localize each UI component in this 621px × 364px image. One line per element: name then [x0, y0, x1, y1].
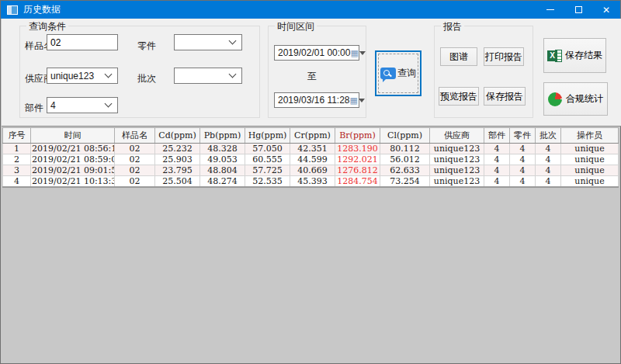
column-header[interactable]: 批次 — [536, 128, 561, 144]
table-cell[interactable]: unique — [561, 176, 619, 188]
table-cell[interactable]: 02 — [115, 165, 155, 176]
component-value: 4 — [47, 100, 106, 111]
table-cell[interactable]: 25.504 — [155, 176, 200, 188]
end-datetime-value: 2019/03/16 11:28 — [275, 95, 350, 106]
table-cell[interactable]: 4 — [484, 165, 510, 176]
close-button[interactable]: ✕ — [592, 1, 620, 19]
column-header[interactable]: 时间 — [31, 128, 115, 144]
table-cell[interactable]: 4 — [536, 176, 561, 188]
table-cell[interactable]: 4 — [536, 165, 561, 176]
table-cell[interactable]: 23.795 — [155, 165, 200, 176]
preview-report-button[interactable]: 预览报告 — [439, 87, 479, 106]
table-cell[interactable]: 02 — [115, 144, 155, 154]
table-cell[interactable]: unique123 — [430, 165, 484, 176]
maximize-button[interactable] — [564, 1, 592, 19]
save-report-button[interactable]: 保存报告 — [484, 87, 526, 106]
table-cell[interactable]: 1 — [3, 144, 31, 154]
table-row: 32019/02/21 09:01:510223.79548.80457.725… — [3, 165, 619, 176]
table-cell[interactable]: 25.232 — [155, 144, 200, 154]
table-cell[interactable]: 52.535 — [245, 176, 290, 188]
table-cell[interactable]: 4 — [536, 144, 561, 154]
table-cell[interactable]: 25.903 — [155, 154, 200, 165]
table-cell[interactable]: unique — [561, 154, 619, 165]
table-cell[interactable]: 1292.021 — [335, 154, 380, 165]
dropdown-arrow-icon — [359, 99, 365, 102]
batch-label: 批次 — [137, 72, 156, 85]
column-header[interactable]: Cr(ppm) — [290, 128, 335, 144]
table-cell[interactable]: 4 — [484, 144, 510, 154]
minimize-button[interactable] — [536, 1, 564, 19]
component-combobox[interactable]: 4 — [47, 97, 118, 113]
compliance-stats-button[interactable]: 合规统计 — [543, 82, 608, 116]
column-header[interactable]: Pb(ppm) — [200, 128, 245, 144]
table-cell[interactable]: 56.012 — [380, 154, 430, 165]
table-cell[interactable]: unique123 — [430, 176, 484, 188]
table-cell[interactable]: 49.053 — [200, 154, 245, 165]
column-header[interactable]: 样品名 — [115, 128, 155, 144]
table-cell[interactable]: unique — [561, 144, 619, 154]
table-cell[interactable]: 4 — [484, 154, 510, 165]
table-cell[interactable]: 2019/02/21 10:13:32 — [31, 176, 115, 188]
part-combobox[interactable] — [174, 34, 242, 50]
table-cell[interactable]: 44.599 — [290, 154, 335, 165]
column-header[interactable]: 序号 — [3, 128, 31, 144]
table-cell[interactable]: 45.393 — [290, 176, 335, 188]
column-header[interactable]: 部件 — [484, 128, 510, 144]
chevron-down-icon — [105, 71, 113, 78]
table-cell[interactable]: 48.804 — [200, 165, 245, 176]
table-cell[interactable]: 2019/02/21 08:59:01 — [31, 154, 115, 165]
table-cell[interactable]: 02 — [115, 154, 155, 165]
table-cell[interactable]: 4 — [510, 176, 536, 188]
column-header[interactable]: 操作员 — [561, 128, 619, 144]
table-row: 22019/02/21 08:59:010225.90349.05360.555… — [3, 154, 619, 165]
table-cell[interactable]: 3 — [3, 165, 31, 176]
column-header[interactable]: Cl(ppm) — [380, 128, 430, 144]
table-cell[interactable]: 4 — [510, 144, 536, 154]
chevron-down-icon — [229, 71, 237, 78]
save-results-button[interactable]: X 保存结果 — [543, 38, 606, 73]
table-cell[interactable]: unique123 — [430, 144, 484, 154]
table-cell[interactable]: 02 — [115, 176, 155, 188]
column-header[interactable]: Hg(ppm) — [245, 128, 290, 144]
table-cell[interactable]: 4 — [510, 154, 536, 165]
table-cell[interactable]: 4 — [484, 176, 510, 188]
table-cell[interactable]: unique123 — [430, 154, 484, 165]
table-row: 42019/02/21 10:13:320225.50448.27452.535… — [3, 176, 619, 188]
table-cell[interactable]: 48.274 — [200, 176, 245, 188]
batch-combobox[interactable] — [174, 68, 242, 84]
table-cell[interactable]: unique — [561, 165, 619, 176]
column-header[interactable]: 供应商 — [430, 128, 484, 144]
time-range-label: 时间区间 — [275, 20, 317, 33]
table-cell[interactable]: 1284.754 — [335, 176, 380, 188]
table-cell[interactable]: 2019/02/21 08:56:13 — [31, 144, 115, 154]
end-datetime-picker[interactable]: 2019/03/16 11:28 ▦ — [274, 92, 359, 108]
column-header[interactable]: 零件 — [510, 128, 536, 144]
table-cell[interactable]: 2 — [3, 154, 31, 165]
table-cell[interactable]: 42.351 — [290, 144, 335, 154]
search-button[interactable]: 查询 — [375, 50, 422, 96]
spectrum-button[interactable]: 图谱 — [440, 47, 477, 66]
table-cell[interactable]: 4 — [3, 176, 31, 188]
table-cell[interactable]: 73.254 — [380, 176, 430, 188]
table-cell[interactable]: 40.669 — [290, 165, 335, 176]
table-cell[interactable]: 1276.812 — [335, 165, 380, 176]
table-cell[interactable]: 80.112 — [380, 144, 430, 154]
supplier-combobox[interactable]: unique123 — [47, 68, 118, 84]
table-cell[interactable]: 57.725 — [245, 165, 290, 176]
column-header[interactable]: Cd(ppm) — [155, 128, 200, 144]
report-group-label: 报告 — [441, 20, 464, 33]
table-cell[interactable]: 60.555 — [245, 154, 290, 165]
table-cell[interactable]: 2019/02/21 09:01:51 — [31, 165, 115, 176]
query-conditions-label: 查询条件 — [26, 20, 68, 33]
table-cell[interactable]: 4 — [536, 154, 561, 165]
sample-name-input[interactable] — [47, 34, 118, 50]
table-cell[interactable]: 48.328 — [200, 144, 245, 154]
start-datetime-picker[interactable]: 2019/02/01 00:00 ▦ — [274, 45, 359, 61]
column-header[interactable]: Br(ppm) — [335, 128, 380, 144]
table-cell[interactable]: 62.633 — [380, 165, 430, 176]
print-report-button[interactable]: 打印报告 — [484, 47, 524, 66]
table-cell[interactable]: 4 — [510, 165, 536, 176]
table-cell[interactable]: 1283.190 — [335, 144, 380, 154]
data-grid: 序号时间样品名Cd(ppm)Pb(ppm)Hg(ppm)Cr(ppm)Br(pp… — [2, 127, 619, 188]
table-cell[interactable]: 57.050 — [245, 144, 290, 154]
